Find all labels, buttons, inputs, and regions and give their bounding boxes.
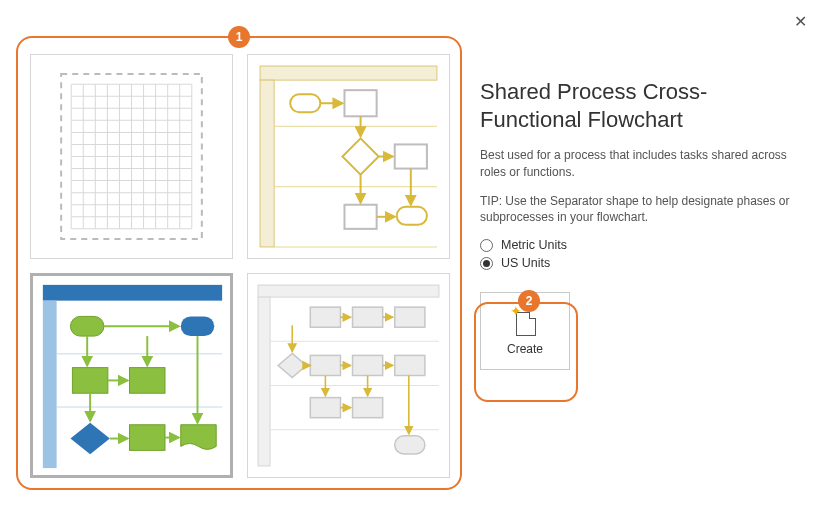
svg-rect-71 [310, 398, 340, 418]
svg-rect-69 [353, 355, 383, 375]
svg-rect-46 [181, 316, 214, 336]
svg-rect-25 [260, 66, 437, 80]
svg-rect-26 [260, 80, 274, 247]
svg-rect-45 [70, 316, 103, 336]
template-thumb-basic-flowchart[interactable] [247, 54, 450, 259]
svg-rect-65 [353, 307, 383, 327]
svg-rect-60 [258, 297, 270, 466]
svg-rect-30 [290, 94, 320, 112]
callout-badge-1: 1 [228, 26, 250, 48]
template-gallery [20, 28, 460, 488]
template-info-panel: Shared Process Cross-Functional Flowchar… [480, 28, 805, 503]
units-group: Metric Units US Units [480, 238, 795, 270]
radio-us-units[interactable]: US Units [480, 256, 795, 270]
svg-rect-34 [344, 205, 376, 229]
svg-marker-67 [278, 353, 306, 377]
svg-rect-47 [72, 368, 107, 394]
svg-rect-72 [353, 398, 383, 418]
template-dialog: 1 [0, 0, 825, 523]
template-tip: TIP: Use the Separator shape to help des… [480, 193, 795, 227]
template-thumb-detailed-flowchart[interactable] [247, 273, 450, 478]
svg-rect-31 [344, 90, 376, 116]
svg-rect-35 [397, 207, 427, 225]
radio-label: US Units [501, 256, 550, 270]
template-thumb-cross-functional[interactable] [30, 273, 233, 478]
svg-rect-73 [395, 436, 425, 454]
svg-rect-41 [43, 285, 222, 301]
svg-rect-42 [43, 301, 57, 468]
svg-rect-64 [310, 307, 340, 327]
radio-label: Metric Units [501, 238, 567, 252]
svg-rect-66 [395, 307, 425, 327]
radio-icon [480, 239, 493, 252]
svg-rect-50 [130, 425, 165, 451]
radio-metric-units[interactable]: Metric Units [480, 238, 795, 252]
create-region: 2 ✦ Create [480, 292, 590, 370]
svg-rect-70 [395, 355, 425, 375]
create-button-label: Create [507, 342, 543, 356]
template-thumb-blank[interactable] [30, 54, 233, 259]
radio-icon [480, 257, 493, 270]
svg-rect-33 [395, 144, 427, 168]
close-icon[interactable]: ✕ [794, 12, 807, 31]
template-description: Best used for a process that includes ta… [480, 147, 795, 181]
svg-rect-59 [258, 285, 439, 297]
svg-marker-49 [70, 423, 109, 455]
template-gallery-region: 1 [20, 28, 460, 488]
svg-marker-32 [342, 138, 378, 174]
svg-rect-68 [310, 355, 340, 375]
template-title: Shared Process Cross-Functional Flowchar… [480, 78, 795, 133]
svg-rect-48 [130, 368, 165, 394]
